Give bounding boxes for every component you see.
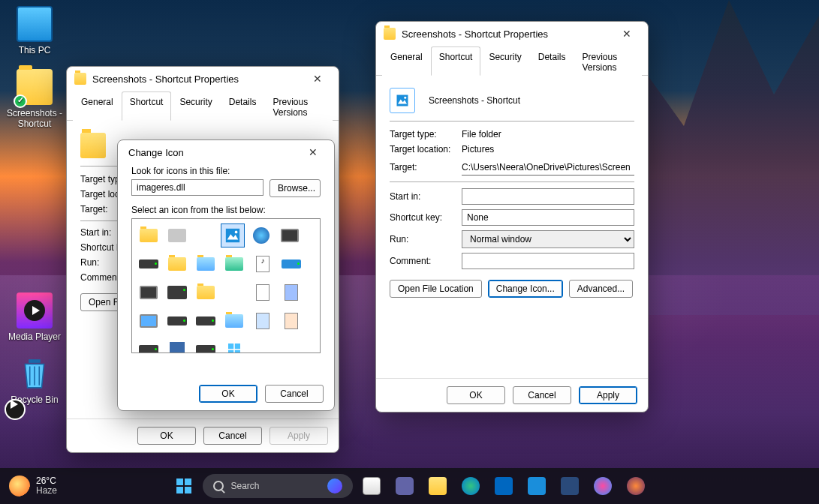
open-file-location-button[interactable]: Open File Location — [390, 280, 482, 298]
shortcut-key-input[interactable] — [462, 209, 634, 226]
label-look-for-icons: Look for icons in this file: — [131, 166, 321, 176]
close-button[interactable]: ✕ — [304, 68, 331, 89]
folder-shortcut-icon — [17, 69, 53, 105]
desktop-icon-recycle-bin[interactable]: Recycle Bin — [6, 356, 63, 405]
window-title: Screenshots - Shortcut Properties — [92, 74, 298, 85]
icon-item-drive-ok[interactable] — [137, 338, 161, 353]
taskbar-clipchamp[interactable] — [589, 472, 617, 500]
icon-item-drive[interactable] — [194, 338, 218, 353]
label-target-type: Target type: — [390, 129, 462, 140]
start-in-input[interactable] — [462, 188, 634, 205]
shortcut-large-icon — [80, 133, 106, 158]
desktop-icon-this-pc[interactable]: This PC — [6, 6, 63, 56]
icon-list[interactable]: ♪ — [131, 218, 321, 353]
label-select-icon: Select an icon from the list below: — [131, 205, 321, 215]
icon-item-run[interactable] — [137, 309, 161, 333]
icon-item-folder[interactable] — [194, 280, 218, 304]
taskbar[interactable]: 26°C Haze Search — [0, 468, 819, 504]
ok-button[interactable]: OK — [137, 427, 196, 445]
close-button[interactable]: ✕ — [300, 142, 327, 163]
tab-previous-versions[interactable]: Previous Versions — [574, 46, 642, 76]
icon-item-windows[interactable] — [222, 338, 246, 353]
icon-item-folder-blue[interactable] — [194, 252, 218, 276]
apply-button[interactable]: Apply — [579, 386, 637, 404]
icon-item-drive-error[interactable] — [165, 309, 189, 333]
icon-item-programs[interactable] — [251, 309, 275, 333]
svg-point-2 — [235, 231, 238, 234]
folder-icon — [384, 28, 396, 40]
icon-item-folder-gray[interactable] — [165, 224, 189, 248]
value-target-location: Pictures — [462, 144, 634, 154]
label-target: Target: — [390, 162, 462, 172]
label-run: Run: — [390, 234, 462, 244]
window-title: Screenshots - Shortcut Properties — [402, 28, 607, 40]
taskbar-explorer[interactable] — [423, 472, 452, 500]
icon-item-folder[interactable] — [165, 252, 189, 276]
comment-input[interactable] — [462, 253, 634, 269]
icon-item-picture[interactable] — [221, 224, 245, 248]
recycle-bin-icon — [17, 356, 53, 392]
desktop-icon-media-player[interactable]: Media Player — [6, 292, 63, 342]
icon-item-search-folder[interactable] — [222, 309, 246, 333]
icon-item-ssd[interactable] — [165, 280, 189, 304]
apply-button[interactable]: Apply — [269, 427, 328, 445]
icon-item-monitor[interactable] — [137, 280, 161, 304]
taskbar-chat[interactable] — [390, 472, 419, 500]
icon-item-folder[interactable] — [137, 224, 161, 248]
cancel-button[interactable]: Cancel — [265, 385, 324, 403]
weather-desc: Haze — [36, 486, 57, 496]
tab-details[interactable]: Details — [530, 46, 574, 76]
start-button[interactable] — [170, 472, 198, 500]
search-placeholder: Search — [231, 481, 260, 491]
icon-item-music-doc[interactable]: ♪ — [251, 252, 275, 276]
icon-file-input[interactable] — [131, 179, 263, 196]
svg-rect-0 — [29, 359, 41, 363]
icon-item-globe[interactable] — [249, 224, 273, 248]
ok-button[interactable]: OK — [199, 385, 257, 403]
tab-security[interactable]: Security — [480, 46, 529, 76]
icon-item-contact[interactable] — [279, 309, 303, 333]
taskbar-mail[interactable] — [522, 472, 551, 500]
shortcut-large-icon — [390, 88, 415, 113]
icon-item-folder-green[interactable] — [222, 252, 246, 276]
tab-shortcut[interactable]: Shortcut — [122, 92, 172, 121]
target-input[interactable] — [462, 159, 634, 176]
window-change-icon[interactable]: Change Icon ✕ Look for icons in this fil… — [117, 140, 335, 411]
change-icon-button[interactable]: Change Icon... — [488, 280, 563, 298]
taskbar-search[interactable]: Search — [203, 474, 353, 498]
folder-icon — [74, 73, 86, 85]
browse-button[interactable]: Browse... — [269, 179, 321, 197]
tab-security[interactable]: Security — [171, 92, 220, 121]
ok-button[interactable]: OK — [447, 386, 505, 404]
tab-general[interactable]: General — [73, 92, 122, 121]
taskbar-weather[interactable]: 26°C Haze — [9, 476, 57, 496]
tab-general[interactable]: General — [382, 46, 431, 76]
bing-chat-icon[interactable] — [327, 478, 342, 494]
desktop-icon-screenshots-shortcut[interactable]: Screenshots - Shortcut — [6, 69, 63, 129]
svg-rect-1 — [226, 229, 239, 242]
task-view-button[interactable] — [357, 472, 386, 500]
run-select[interactable]: Normal window — [462, 230, 634, 248]
icon-item-video-doc[interactable] — [279, 280, 303, 304]
advanced-button[interactable]: Advanced... — [569, 280, 633, 298]
icon-item-drive[interactable] — [194, 309, 218, 333]
window-shortcut-properties-right[interactable]: Screenshots - Shortcut Properties ✕ Gene… — [375, 21, 649, 412]
taskbar-calculator[interactable] — [556, 472, 584, 500]
taskbar-store[interactable] — [489, 472, 518, 500]
icon-item-drive[interactable] — [137, 252, 161, 276]
tab-shortcut[interactable]: Shortcut — [431, 46, 481, 76]
cancel-button[interactable]: Cancel — [203, 427, 262, 445]
svg-rect-3 — [397, 95, 408, 106]
icon-item-text-doc[interactable] — [251, 280, 275, 304]
taskbar-edge[interactable] — [456, 472, 485, 500]
tab-previous-versions[interactable]: Previous Versions — [264, 92, 333, 121]
value-target-type: File folder — [462, 129, 634, 140]
icon-item-monitor[interactable] — [278, 224, 302, 248]
taskbar-media-player[interactable] — [622, 472, 650, 500]
search-icon — [213, 481, 224, 491]
tab-details[interactable]: Details — [221, 92, 265, 121]
close-button[interactable]: ✕ — [613, 23, 640, 44]
icon-item-floppy[interactable] — [165, 338, 189, 353]
icon-item-network-drive[interactable] — [279, 252, 303, 276]
cancel-button[interactable]: Cancel — [513, 386, 571, 404]
